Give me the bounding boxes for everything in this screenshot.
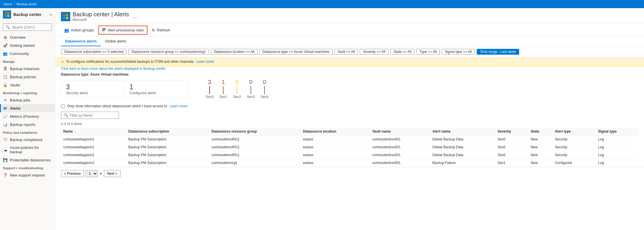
filter-datasource-type[interactable]: Datasource type == Azure Virtual machine… [259, 49, 333, 55]
table-row[interactable]: contosowebappvm1 Backup PM Subscription … [61, 151, 638, 159]
sidebar-item-backup-instances[interactable]: 🗄 Backup instances [0, 65, 55, 73]
cell-alert-type-2: Security [553, 151, 596, 159]
cell-location-0: eastus [301, 135, 370, 143]
col-severity-label: Severity [497, 129, 511, 133]
svg-rect-6 [3, 109, 6, 110]
sidebar-item-alerts[interactable]: Alerts [0, 104, 55, 112]
alerts-table: Name ↕ Datasource subscription Datasourc… [61, 128, 638, 167]
svg-rect-13 [102, 31, 105, 31]
sidebar-item-backup-policies[interactable]: 📋 Backup policies [0, 73, 55, 81]
next-button[interactable]: Next > [104, 170, 120, 177]
filter-type[interactable]: Type == All [416, 49, 440, 55]
cell-severity-3: Sev1 [495, 159, 528, 167]
sidebar-item-vaults[interactable]: 🔒 Vaults [0, 81, 55, 89]
action-groups-button[interactable]: 👥 Action groups [61, 26, 97, 34]
filter-name-input[interactable] [70, 113, 116, 117]
top-bar: Home › Backup center [0, 0, 644, 8]
header-more-button[interactable]: ... [132, 13, 137, 19]
sidebar-section-manage: 🗄 Backup instances 📋 Backup policies 🔒 V… [0, 65, 55, 89]
col-vault-name: Vault name [370, 128, 430, 135]
checkbox-learn-more-link[interactable]: Learn more. [170, 104, 188, 108]
tab-global-alerts-label: Global alerts [105, 39, 126, 43]
sidebar-item-overview[interactable]: ⊞ Overview [0, 33, 55, 41]
summary-card-configured[interactable]: 1 Configured alerts [125, 80, 188, 98]
cell-alert-type-3: Configured [553, 159, 596, 167]
filter-name-box[interactable]: 🔍 [61, 112, 119, 119]
community-icon: 👥 [3, 51, 8, 56]
filter-severity[interactable]: Severity == All [360, 49, 388, 55]
alert-processing-rules-button[interactable]: Alert processing rules [98, 26, 147, 35]
getting-started-icon: 🚀 [3, 43, 8, 48]
sidebar-logo [3, 10, 11, 19]
sidebar-item-backup-compliance[interactable]: 🛡 Backup compliance [0, 135, 55, 144]
sev1-bar: 1 Sev1 [219, 79, 227, 99]
table-row[interactable]: contosowebappvm2 Backup PM Subscription … [61, 159, 638, 167]
cell-signal-type-3: Log [596, 159, 638, 167]
sev2-count: 0 [235, 79, 239, 85]
table-row[interactable]: contosowebappvm1 Backup PM Subscription … [61, 143, 638, 151]
sidebar-item-azure-policies[interactable]: ☁ Azure policies for backup [0, 144, 55, 156]
sidebar-item-backup-jobs[interactable]: ≡ Backup jobs [0, 96, 55, 104]
svg-rect-8 [66, 14, 68, 16]
sidebar-section-support-label: Support + troubleshooting [0, 164, 55, 171]
page-select[interactable]: 1 [86, 170, 98, 177]
filter-subscription[interactable]: Datasource subscription == 5 selected [61, 49, 127, 55]
breadcrumb-backup-center[interactable]: Backup center [17, 2, 37, 6]
sidebar-item-community[interactable]: 👥 Community [0, 49, 55, 58]
security-alerts-label: Security alerts [66, 91, 120, 95]
svg-rect-5 [3, 108, 7, 109]
warning-message: To configure notifications for successfu… [66, 60, 195, 64]
previous-button[interactable]: < Previous [61, 170, 84, 177]
filters-bar: Datasource subscription == 5 selected Da… [55, 47, 644, 57]
col-signal-type-label: Signal type [598, 129, 617, 133]
sidebar-item-protectable-datasources[interactable]: 💾 Protectable datasources [0, 156, 55, 164]
col-name-sort-icon[interactable]: ↕ [74, 130, 76, 133]
summary-card-security[interactable]: 3 Security alerts [61, 80, 125, 98]
sidebar-collapse-button[interactable]: « [50, 12, 52, 17]
access-checkbox[interactable] [61, 104, 65, 108]
sidebar-search-box[interactable]: 🔍 [3, 24, 52, 31]
svg-rect-2 [5, 15, 7, 17]
sev3-label: Sev3 [247, 95, 255, 99]
svg-rect-1 [7, 12, 9, 14]
sidebar-label-alerts: Alerts [10, 106, 21, 110]
breadcrumb-home[interactable]: Home [3, 2, 12, 6]
filter-state[interactable]: State == All [390, 49, 414, 55]
refresh-icon: ↻ [152, 28, 155, 33]
instances-icon: 🗄 [3, 66, 8, 71]
filter-vault[interactable]: Vault == All [334, 49, 358, 55]
sidebar-label-azure-policies: Azure policies for backup [10, 145, 52, 154]
sidebar-item-backup-reports[interactable]: 📊 Backup reports [0, 120, 55, 129]
table-section: 1-4 of 4 items Name ↕ Datasource subscri… [55, 121, 644, 167]
warning-learn-more-link[interactable]: Learn more [196, 60, 214, 64]
tab-global-alerts[interactable]: Global alerts [101, 37, 130, 46]
metrics-icon: 📈 [3, 114, 8, 119]
sidebar-item-metrics[interactable]: 📈 Metrics (Preview) [0, 112, 55, 120]
sidebar-label-metrics: Metrics (Preview) [10, 114, 39, 119]
filter-resource-group[interactable]: Datasource resource group == contosodemo… [128, 49, 209, 55]
filter-location[interactable]: Datasource location == All [211, 49, 258, 55]
col-alert-name-label: Alert name [432, 129, 450, 133]
sidebar-label-backup-compliance: Backup compliance [10, 138, 43, 142]
refresh-button[interactable]: ↻ Refresh [149, 26, 174, 34]
refresh-label: Refresh [157, 28, 170, 32]
cell-name-0: contosowebappvm1 [61, 135, 126, 143]
filter-signal-type[interactable]: Signal type == All [442, 49, 475, 55]
col-alert-type-sort-icon[interactable]: ↕ [572, 130, 574, 133]
table-row[interactable]: contosowebappvm1 Backup PM Subscription … [61, 135, 638, 143]
search-input[interactable] [12, 25, 49, 29]
compliance-icon: 🛡 [3, 137, 8, 142]
sidebar-item-getting-started[interactable]: 🚀 Getting started [0, 41, 55, 49]
cell-subscription-0: Backup PM Subscription [126, 135, 209, 143]
col-signal-type: Signal type [596, 128, 638, 135]
datasource-type-label: Datasource type: Azure Virtual machines [61, 72, 638, 76]
summary-section: Datasource type: Azure Virtual machines … [55, 71, 644, 102]
sidebar-item-new-support-request[interactable]: ❓ New support request [0, 171, 55, 179]
tab-datasource-alerts[interactable]: Datasource alerts [61, 37, 101, 46]
previous-label: < Previous [64, 172, 81, 176]
cell-location-2: eastus [301, 151, 370, 159]
filter-time-range[interactable]: Time range : Last week [477, 49, 519, 55]
tab-datasource-alerts-label: Datasource alerts [65, 39, 97, 43]
col-name: Name ↕ [61, 128, 126, 135]
cell-severity-1: Sev0 [495, 143, 528, 151]
